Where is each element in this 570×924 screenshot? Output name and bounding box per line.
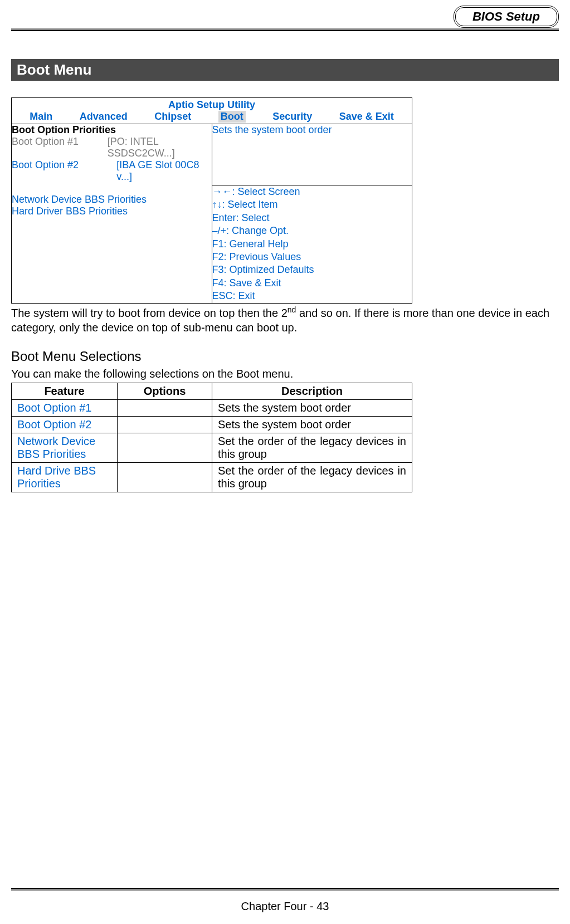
- cell-options: [118, 417, 212, 433]
- selections-header-row: Feature Options Description: [12, 383, 412, 400]
- help-f2: F2: Previous Values: [212, 251, 412, 263]
- header-rule-thin: [11, 28, 559, 28]
- header-badge: BIOS Setup: [454, 6, 559, 28]
- help-select-item: ↑↓: Select Item: [212, 198, 412, 211]
- boot-priorities-heading: Boot Option Priorities: [12, 124, 212, 136]
- footer-rule-thin: [11, 891, 559, 891]
- page-header: BIOS Setup: [11, 0, 559, 31]
- spacer: [12, 183, 212, 194]
- section-title-bar: Boot Menu: [11, 59, 559, 81]
- boot-menu-selections-heading: Boot Menu Selections: [11, 349, 559, 364]
- table-row: Network Device BBS Priorities Set the or…: [12, 433, 412, 463]
- cell-description: Set the order of the legacy devices in t…: [212, 463, 412, 492]
- tab-boot[interactable]: Boot: [218, 111, 246, 123]
- boot-option-2-row[interactable]: Boot Option #2 [IBA GE Slot 00C8 v...]: [12, 159, 212, 183]
- help-enter: Enter: Select: [212, 212, 412, 224]
- bios-tab-row: Main Advanced Chipset Boot Security Save…: [12, 111, 412, 124]
- tab-chipset[interactable]: Chipset: [154, 111, 191, 123]
- cell-feature: Network Device BBS Priorities: [12, 433, 118, 463]
- table-row: Boot Option #1 Sets the system boot orde…: [12, 400, 412, 417]
- cell-description: Sets the system boot order: [212, 417, 412, 433]
- tab-advanced[interactable]: Advanced: [80, 111, 128, 123]
- table-row: Hard Drive BBS Priorities Set the order …: [12, 463, 412, 492]
- page-footer: Chapter Four - 43: [11, 888, 559, 913]
- aptio-title: Aptio Setup Utility: [12, 98, 412, 111]
- cell-options: [118, 463, 212, 492]
- tab-main[interactable]: Main: [30, 111, 52, 123]
- bios-help-panel: →←: Select Screen ↑↓: Select Item Enter:…: [212, 185, 412, 304]
- cell-options: [118, 433, 212, 463]
- cell-feature: Boot Option #1: [12, 400, 118, 417]
- bios-item-description: Sets the system boot order: [212, 124, 412, 185]
- boot-option-2-label: Boot Option #2: [12, 159, 116, 183]
- cell-feature: Hard Drive BBS Priorities: [12, 463, 118, 492]
- footer-text: Chapter Four - 43: [11, 900, 559, 913]
- help-f4: F4: Save & Exit: [212, 277, 412, 290]
- selections-table: Feature Options Description Boot Option …: [11, 383, 412, 492]
- bios-main-panel: Boot Option Priorities Boot Option #1 [P…: [12, 124, 212, 304]
- header-feature: Feature: [12, 383, 118, 400]
- boot-option-1-label: Boot Option #1: [12, 136, 108, 159]
- hard-driver-bbs-priorities[interactable]: Hard Driver BBS Priorities: [12, 206, 212, 217]
- header-options: Options: [118, 383, 212, 400]
- boot-option-2-value: [IBA GE Slot 00C8 v...]: [116, 159, 211, 183]
- help-f1: F1: General Help: [212, 238, 412, 251]
- help-select-screen: →←: Select Screen: [212, 185, 412, 198]
- table-row: Boot Option #2 Sets the system boot orde…: [12, 417, 412, 433]
- cell-description: Set the order of the legacy devices in t…: [212, 433, 412, 463]
- tab-save-exit[interactable]: Save & Exit: [339, 111, 394, 123]
- boot-menu-selections-intro: You can make the following selections on…: [11, 368, 559, 380]
- bios-setup-table: Aptio Setup Utility Main Advanced Chipse…: [11, 97, 412, 304]
- boot-note-sup: nd: [288, 305, 296, 314]
- header-description: Description: [212, 383, 412, 400]
- help-f3: F3: Optimized Defaults: [212, 263, 412, 276]
- network-bbs-priorities[interactable]: Network Device BBS Priorities: [12, 194, 212, 206]
- boot-option-1-value: [PO: INTEL SSDSC2CW...]: [108, 136, 212, 159]
- boot-option-1-row[interactable]: Boot Option #1 [PO: INTEL SSDSC2CW...]: [12, 136, 212, 159]
- cell-description: Sets the system boot order: [212, 400, 412, 417]
- boot-note-pre: The system will try to boot from device …: [11, 306, 288, 319]
- boot-note-paragraph: The system will try to boot from device …: [11, 305, 559, 336]
- footer-rule-thick: [11, 888, 559, 889]
- cell-feature: Boot Option #2: [12, 417, 118, 433]
- header-rule-thick: [11, 30, 559, 31]
- cell-options: [118, 400, 212, 417]
- tab-security[interactable]: Security: [272, 111, 312, 123]
- help-change-opt: –/+: Change Opt.: [212, 224, 412, 237]
- help-esc: ESC: Exit: [212, 290, 412, 302]
